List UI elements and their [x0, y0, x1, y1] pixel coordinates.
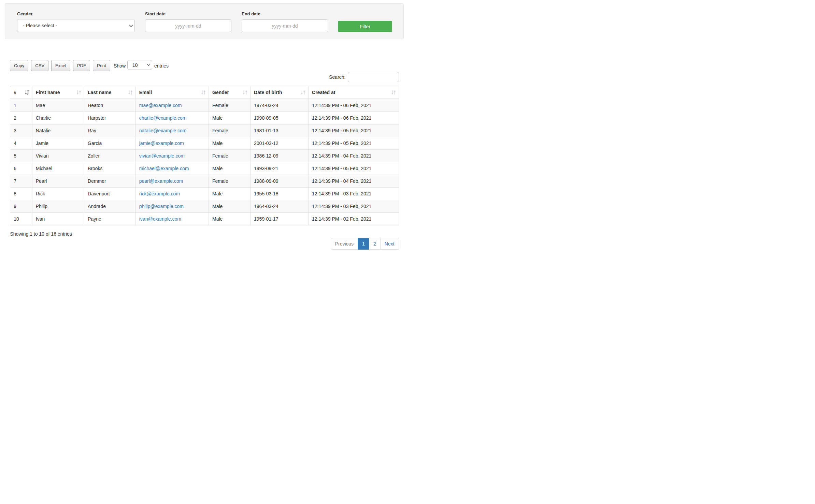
cell-gender: Male	[209, 112, 251, 124]
cell-last: Andrade	[84, 200, 136, 212]
cell-dob: 1993-09-21	[251, 162, 309, 175]
table-row: 4JamieGarciajamie@example.comMale2001-03…	[10, 137, 399, 149]
cell-last: Payne	[84, 212, 136, 225]
entries-label: entries	[154, 63, 169, 69]
cell-last: Ray	[84, 124, 136, 137]
cell-num: 6	[10, 162, 32, 175]
export-button-csv[interactable]: CSV	[31, 60, 48, 71]
export-buttons: CopyCSVExcelPDFPrint	[10, 60, 113, 71]
start-date-input[interactable]	[145, 19, 231, 32]
cell-dob: 1990-09-05	[251, 112, 309, 124]
cell-last: Brooks	[84, 162, 136, 175]
column-header-label: Gender	[212, 90, 229, 95]
cell-dob: 1964-03-24	[251, 200, 309, 212]
email-link[interactable]: philip@example.com	[139, 204, 184, 209]
table-row: 10IvanPayneivan@example.comMale1959-01-1…	[10, 212, 399, 225]
cell-first: Philip	[32, 200, 84, 212]
cell-email: rick@example.com	[135, 187, 209, 200]
column-header-num[interactable]: #	[10, 86, 32, 99]
column-header-last-name[interactable]: Last name	[84, 86, 136, 99]
data-table: #First nameLast nameEmailGenderDate of b…	[10, 86, 399, 225]
cell-email: jamie@example.com	[135, 137, 209, 149]
show-label: Show	[114, 63, 126, 69]
email-link[interactable]: ivan@example.com	[139, 216, 181, 222]
email-link[interactable]: rick@example.com	[139, 191, 180, 196]
cell-created: 12:14:39 PM - 05 Feb, 2021	[309, 124, 399, 137]
column-header-label: Created at	[312, 90, 335, 95]
page-length-select[interactable]: 10	[127, 60, 152, 70]
pagination-previous[interactable]: Previous	[331, 238, 358, 250]
cell-gender: Female	[209, 175, 251, 187]
end-date-label: End date	[242, 11, 260, 17]
email-link[interactable]: jamie@example.com	[139, 140, 184, 146]
column-header-label: Date of birth	[254, 90, 282, 95]
cell-first: Charlie	[32, 112, 84, 124]
email-link[interactable]: natalie@example.com	[139, 128, 187, 133]
cell-first: Natalie	[32, 124, 84, 137]
cell-email: ivan@example.com	[135, 212, 209, 225]
cell-first: Pearl	[32, 175, 84, 187]
export-button-pdf[interactable]: PDF	[73, 60, 90, 71]
cell-first: Jamie	[32, 137, 84, 149]
cell-num: 4	[10, 137, 32, 149]
cell-created: 12:14:39 PM - 05 Feb, 2021	[309, 162, 399, 175]
cell-num: 5	[10, 149, 32, 162]
filter-button[interactable]: Filter	[338, 21, 392, 32]
column-header-date-of-birth[interactable]: Date of birth	[251, 86, 309, 99]
cell-dob: 1986-12-09	[251, 149, 309, 162]
export-button-excel[interactable]: Excel	[51, 60, 70, 71]
table-row: 6MichaelBrooksmichael@example.comMale199…	[10, 162, 399, 175]
pagination-next[interactable]: Next	[380, 238, 399, 250]
cell-gender: Female	[209, 124, 251, 137]
cell-gender: Male	[209, 212, 251, 225]
table-row: 2CharlieHarpstercharlie@example.comMale1…	[10, 112, 399, 124]
table-row: 5VivianZollervivian@example.comFemale198…	[10, 149, 399, 162]
cell-first: Michael	[32, 162, 84, 175]
table-toolbar: CopyCSVExcelPDFPrint Show 10 entries Sea…	[0, 60, 408, 86]
cell-email: michael@example.com	[135, 162, 209, 175]
search-control: Search:	[329, 72, 399, 82]
cell-created: 12:14:39 PM - 02 Feb, 2021	[309, 212, 399, 225]
cell-num: 1	[10, 99, 32, 112]
search-input[interactable]	[348, 72, 399, 82]
gender-select[interactable]: - Please select -	[17, 19, 135, 32]
table-header: #First nameLast nameEmailGenderDate of b…	[10, 86, 399, 99]
pagination-page-1[interactable]: 1	[358, 238, 369, 250]
email-link[interactable]: charlie@example.com	[139, 115, 187, 121]
sort-both-icon	[301, 90, 305, 95]
column-header-label: #	[14, 90, 16, 95]
end-date-input[interactable]	[242, 19, 328, 32]
cell-created: 12:14:39 PM - 06 Feb, 2021	[309, 99, 399, 112]
column-header-created-at[interactable]: Created at	[309, 86, 399, 99]
column-header-email[interactable]: Email	[135, 86, 209, 99]
column-header-gender[interactable]: Gender	[209, 86, 251, 99]
gender-label: Gender	[17, 11, 33, 17]
email-link[interactable]: mae@example.com	[139, 103, 182, 108]
table-row: 7PearlDemmerpearl@example.comFemale1988-…	[10, 175, 399, 187]
cell-num: 2	[10, 112, 32, 124]
table-row: 9PhilipAndradephilip@example.comMale1964…	[10, 200, 399, 212]
column-header-first-name[interactable]: First name	[32, 86, 84, 99]
cell-gender: Female	[209, 149, 251, 162]
email-link[interactable]: pearl@example.com	[139, 178, 183, 184]
sort-both-icon	[391, 90, 396, 95]
cell-first: Mae	[32, 99, 84, 112]
export-button-print[interactable]: Print	[93, 60, 110, 71]
table-row: 1MaeHeatonmae@example.comFemale1974-03-2…	[10, 99, 399, 112]
cell-email: natalie@example.com	[135, 124, 209, 137]
email-link[interactable]: vivian@example.com	[139, 153, 185, 159]
cell-last: Zoller	[84, 149, 136, 162]
search-label: Search:	[329, 74, 345, 80]
cell-last: Demmer	[84, 175, 136, 187]
cell-first: Vivian	[32, 149, 84, 162]
export-button-copy[interactable]: Copy	[10, 60, 28, 71]
table-row: 8RickDavenportrick@example.comMale1955-0…	[10, 187, 399, 200]
cell-email: pearl@example.com	[135, 175, 209, 187]
cell-gender: Male	[209, 137, 251, 149]
cell-dob: 1988-09-09	[251, 175, 309, 187]
email-link[interactable]: michael@example.com	[139, 166, 189, 171]
pagination: Previous12Next	[0, 238, 399, 250]
cell-dob: 2001-03-12	[251, 137, 309, 149]
pagination-page-2[interactable]: 2	[369, 238, 381, 250]
column-header-label: Email	[139, 90, 152, 95]
